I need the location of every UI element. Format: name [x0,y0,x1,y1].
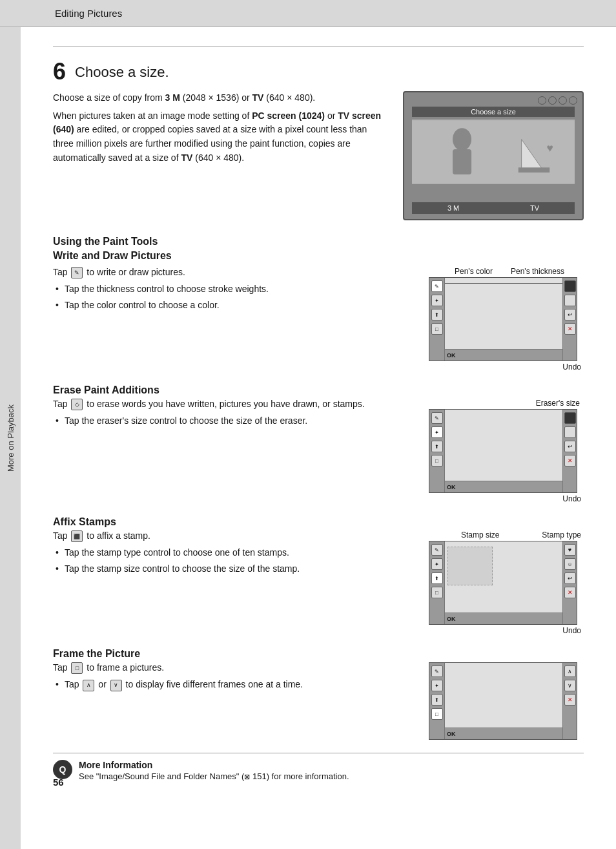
bullet-stamp-type: Tap the stamp type control to choose one… [53,546,416,560]
stamp-labels: Stamp size Stamp type [429,530,584,540]
d4-right-toolbar: ∧ ∨ ✕ [562,663,577,739]
d2-eraser-label: Eraser's size [429,399,584,408]
d1-left-toolbar: ✎ ✦ ⬆ □ [429,278,445,361]
svg-rect-2 [453,149,471,174]
eraser-icon: ◇ [71,399,83,410]
d1-close-btn[interactable]: ✕ [564,323,576,335]
camera-opt2: TV [530,204,539,212]
d2-tool-frame[interactable]: □ [431,455,443,466]
d4-close-btn[interactable]: ✕ [564,694,576,706]
camera-image-area: ♥ [412,120,575,184]
frame-diagram: ✎ ✦ ⬆ □ ∧ ∨ ✕ OK [429,662,584,740]
d2-tool-pencil[interactable]: ✎ [431,412,443,424]
d2-undo-label: Undo [429,494,584,503]
d3-close-btn[interactable]: ✕ [564,587,576,598]
frame-row: Tap □ to frame a pictures. Tap ∧ or ∨ to… [53,662,584,740]
d2-undo-btn[interactable]: ↩ [564,441,576,452]
write-draw-intro: Tap ✎ to write or draw pictures. [53,267,416,278]
stamp-heading: Affix Stamps [53,516,584,528]
diagram3-screen: ✎ ✦ ⬆ □ ♥ ☺ ↩ ✕ [429,541,577,625]
frame-icon: □ [71,662,83,674]
d3-tool-star[interactable]: ✦ [431,558,443,570]
paint-tools-heading2: Write and Draw Pictures [53,250,584,262]
erase-section: Erase Paint Additions Tap ◇ to erase wor… [53,384,584,503]
write-draw-diagram: Pen's color Pen's thickness ✎ ✦ ⬆ □ [429,267,584,372]
erase-diagram: Eraser's size ✎ ✦ ⬆ □ ↩ ✕ [429,399,584,503]
bullet-thickness: Tap the thickness control to choose stro… [53,282,416,296]
more-info-section: Q More Information See "Image/Sound File… [53,753,584,781]
d3-tool-stamp[interactable]: ⬆ [431,572,443,584]
d3-undo-btn[interactable]: ↩ [564,572,576,584]
svg-rect-4 [518,167,549,173]
d1-tool-frame[interactable]: □ [431,323,443,335]
bullet-frame-nav: Tap ∧ or ∨ to display five different fra… [53,678,416,691]
step6-bold4: TV screen (640) [53,110,381,135]
step6-content: Choose a size of copy from 3 M (2048 × 1… [53,91,584,220]
d2-ok-bar: OK [445,481,562,492]
d1-tool-up[interactable]: ⬆ [431,309,443,320]
d2-size-ctrl[interactable] [564,426,576,438]
stamp-section: Affix Stamps Tap ⬛ to affix a stamp. Tap… [53,516,584,635]
d2-close-btn[interactable]: ✕ [564,455,576,466]
step6-bold1: 3 M [165,92,180,103]
d3-tool-pencil[interactable]: ✎ [431,544,443,556]
camera-screen: Choose a size ♥ [403,91,584,220]
d1-ok-label: OK [447,352,456,359]
frame-left: Tap □ to frame a pictures. Tap ∧ or ∨ to… [53,662,429,697]
frame-section: Frame the Picture Tap □ to frame a pictu… [53,648,584,740]
d2-color-dot[interactable] [564,412,576,424]
step6-para1: Choose a size of copy from 3 M (2048 × 1… [53,91,390,105]
d1-undo-btn[interactable]: ↩ [564,309,576,320]
d2-left-toolbar: ✎ ✦ ⬆ □ [429,410,445,492]
d1-tool-star[interactable]: ✦ [431,295,443,306]
d4-tool-star[interactable]: ✦ [431,680,443,691]
step6-bold5: TV [181,152,192,163]
d1-thickness-ctrl[interactable] [564,295,576,306]
cam-icon2 [548,96,557,105]
erase-heading: Erase Paint Additions [53,384,584,396]
step6-para2: When pictures taken at an image mode set… [53,109,390,165]
d3-tool-frame[interactable]: □ [431,587,443,598]
more-info-content: More Information See "Image/Sound File a… [79,760,349,781]
stamp-diagram: Stamp size Stamp type ✎ ✦ ⬆ □ [429,530,584,635]
d3-undo-label: Undo [429,626,584,635]
more-info-icon-letter: Q [59,764,67,775]
step-heading: Choose a size. [75,64,169,81]
camera-bottom-bar: 3 M TV [412,202,575,214]
svg-text:♥: ♥ [546,142,553,154]
pens-color-label: Pen's color [455,267,493,276]
diagram1-labels: Pen's color Pen's thickness [429,267,584,276]
d3-ok-bar: OK [445,613,562,624]
d3-stamp-size-ctrl[interactable]: ☺ [564,558,576,570]
step6-bold2: TV [252,92,264,103]
stamp-size-label: Stamp size [461,530,499,540]
bullet-stamp-size: Tap the stamp size control to choose the… [53,562,416,576]
erase-row: Tap ◇ to erase words you have written, p… [53,399,584,503]
d1-color-line [445,283,562,284]
d1-color-dot[interactable] [564,280,576,292]
d3-left-toolbar: ✎ ✦ ⬆ □ [429,541,445,624]
page-title: Editing Pictures [55,8,122,19]
sidebar-label: More on Playback [6,404,15,472]
d4-down-btn[interactable]: ∨ [564,680,576,691]
d2-right-toolbar: ↩ ✕ [562,410,577,492]
pens-thickness-label: Pen's thickness [511,267,564,276]
d4-tool-pencil[interactable]: ✎ [431,666,443,677]
d3-canvas [445,541,562,624]
d1-tool-pencil[interactable]: ✎ [431,280,443,292]
d4-tool-frame[interactable]: □ [431,708,443,720]
frame-heading: Frame the Picture [53,648,584,660]
d2-tool-up[interactable]: ⬆ [431,441,443,452]
d2-tool-eraser[interactable]: ✦ [431,426,443,438]
frame-intro: Tap □ to frame a pictures. [53,662,416,674]
down-arrow-icon: ∨ [110,680,122,691]
frame-bullets: Tap ∧ or ∨ to display five different fra… [53,678,416,691]
d3-right-toolbar: ♥ ☺ ↩ ✕ [562,541,577,624]
camera-image-svg: ♥ [412,120,575,184]
d4-up-btn[interactable]: ∧ [564,666,576,677]
erase-intro: Tap ◇ to erase words you have written, p… [53,399,416,410]
write-draw-row: Tap ✎ to write or draw pictures. Tap the… [53,267,584,372]
d3-stamp-type-ctrl[interactable]: ♥ [564,544,576,556]
d4-tool-up[interactable]: ⬆ [431,694,443,706]
step6-bold3: PC screen (1024) [252,110,325,121]
